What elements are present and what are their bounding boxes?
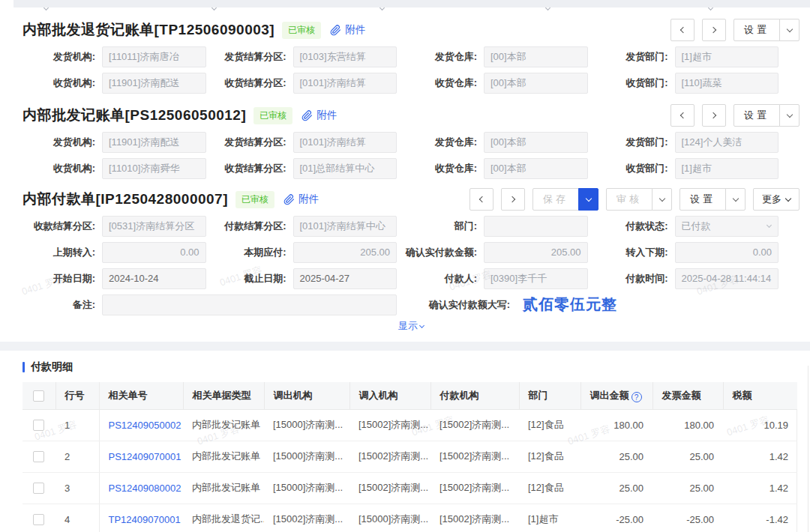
row-checkbox[interactable] — [33, 483, 44, 494]
status-badge: 已审核 — [282, 22, 321, 39]
recv-zone-input[interactable]: [0101]济南结算 — [293, 73, 398, 94]
more-button[interactable]: 更多 — [753, 188, 800, 211]
ship-warehouse-input[interactable]: [00]本部 — [484, 132, 588, 153]
cell-dept: [1]超市 — [519, 504, 580, 532]
recv-dept-input[interactable]: [110]蔬菜 — [675, 73, 779, 94]
audit-button[interactable]: 审核 — [606, 188, 652, 211]
pay-time-input[interactable]: 2025-04-28 11:44:14 — [675, 268, 779, 289]
row-checkbox[interactable] — [33, 514, 44, 525]
page-title: 内部批发退货记账单[TP12506090003] — [22, 20, 274, 40]
table-header-row: 行号 相关单号 相关单据类型 调出机构 调入机构 付款机构 部门 调出金额? 发… — [22, 382, 797, 409]
recv-org-input[interactable]: [11010]济南舜华 — [102, 158, 206, 179]
audit-dropdown-button[interactable] — [652, 188, 672, 211]
recv-zone-input[interactable]: [01]总部结算中心 — [293, 158, 398, 179]
save-button[interactable]: 保存 — [532, 188, 579, 211]
chevron-down-icon — [732, 196, 738, 202]
attachment-link[interactable]: 附件 — [302, 109, 337, 122]
pay-status-select[interactable]: 已付款 — [675, 216, 779, 237]
cell-out-amount: -25.00 — [580, 504, 652, 532]
ship-zone-input[interactable]: [0103]东营结算 — [293, 46, 398, 67]
field-recv-zone: 收货结算分区:[01]总部结算中心 — [214, 155, 405, 181]
cell-invoice-amount: 25.00 — [652, 441, 723, 472]
chevron-left-icon — [680, 27, 686, 33]
cell-out-org: [15000]济南测... — [264, 472, 350, 504]
field-ship-warehouse: 发货仓库:[00]本部 — [404, 129, 596, 155]
start-date-input[interactable]: 2024-10-24 — [102, 268, 206, 289]
field-recv-dept: 收货部门:[110]蔬菜 — [596, 70, 787, 96]
next-record-button[interactable] — [501, 188, 525, 211]
prev-record-button[interactable] — [470, 188, 494, 211]
recv-dept-input[interactable]: [1]超市 — [675, 158, 779, 179]
recv-zone-input[interactable]: [0531]济南结算分区 — [102, 216, 206, 237]
next-record-button[interactable] — [702, 104, 726, 127]
sort-chevron-icon — [44, 1, 50, 6]
ship-org-input[interactable]: [11901]济南配送 — [102, 132, 206, 153]
ship-zone-input[interactable]: [0101]济南结算 — [293, 132, 398, 153]
cell-invoice-amount: 25.00 — [652, 472, 723, 504]
save-dropdown-button[interactable] — [578, 188, 598, 211]
chevron-down-icon — [786, 112, 792, 118]
sort-chevron-icon — [380, 1, 386, 6]
ship-warehouse-input[interactable]: [00]本部 — [484, 46, 588, 67]
paperclip-icon — [302, 110, 313, 121]
page-title: 内部批发记账单[PS12506050012] — [22, 106, 246, 125]
prev-in-input[interactable]: 0.00 — [102, 242, 206, 263]
status-badge: 已审核 — [254, 107, 292, 124]
attachment-link[interactable]: 附件 — [284, 193, 319, 206]
attachment-label: 附件 — [345, 23, 365, 37]
settings-button[interactable]: 设置 — [734, 104, 780, 127]
table-row: 3 PS12409080002 内部批发记账单 [15000]济南测... [1… — [22, 472, 797, 504]
question-circle-icon[interactable]: ? — [632, 392, 642, 402]
end-date-input[interactable]: 2025-04-27 — [293, 268, 398, 289]
prev-record-button[interactable] — [670, 19, 694, 41]
current-due-input[interactable]: 205.00 — [293, 242, 398, 263]
status-badge: 已审核 — [236, 191, 274, 208]
attachment-link[interactable]: 附件 — [330, 23, 365, 37]
cell-in-org: [15000]济南测... — [350, 504, 430, 532]
confirmed-amount-input[interactable]: 205.00 — [484, 242, 588, 263]
settings-dropdown-button[interactable] — [779, 104, 800, 127]
to-next-input[interactable]: 0.00 — [675, 242, 779, 263]
select-all-checkbox[interactable] — [33, 390, 44, 402]
section-title-bar — [22, 362, 25, 372]
ship-org-input[interactable]: [11011]济南唐冶 — [102, 46, 206, 67]
dept-input[interactable] — [484, 216, 588, 237]
section-divider — [0, 342, 810, 351]
field-end-date: 截止日期:2025-04-27 — [214, 265, 405, 291]
payer-input[interactable]: [0390]李千千 — [484, 268, 588, 289]
ship-dept-input[interactable]: [124]个人美洁 — [675, 132, 779, 153]
prev-record-button[interactable] — [670, 104, 694, 127]
recv-warehouse-input[interactable]: [00]本部 — [484, 73, 588, 94]
col-dept: 部门 — [519, 382, 580, 409]
settings-button[interactable]: 设置 — [680, 188, 726, 211]
settings-dropdown-button[interactable] — [779, 19, 800, 41]
chevron-down-icon — [785, 196, 791, 202]
show-toggle-link[interactable]: 显示 — [398, 319, 424, 333]
remark-input[interactable] — [102, 294, 397, 315]
next-record-button[interactable] — [702, 19, 726, 41]
field-ship-zone: 发货结算分区:[0103]东营结算 — [214, 43, 405, 70]
cell-out-amount: 180.00 — [580, 409, 652, 441]
doc-no-link[interactable]: TP12409070001 — [99, 504, 183, 532]
recv-warehouse-input[interactable]: [00]本部 — [484, 158, 588, 179]
row-checkbox[interactable] — [33, 420, 44, 431]
sort-chevron-icon — [546, 1, 551, 6]
chevron-right-icon — [509, 196, 515, 202]
row-checkbox[interactable] — [33, 451, 44, 462]
recv-org-input[interactable]: [11901]济南配送 — [102, 73, 206, 94]
cell-pay-org: [15002]济南测... — [430, 441, 519, 472]
col-doc-type: 相关单据类型 — [183, 382, 264, 409]
ship-dept-input[interactable]: [1]超市 — [675, 46, 779, 67]
doc-no-link[interactable]: PS12409070001 — [99, 441, 183, 472]
settings-button[interactable]: 设置 — [734, 19, 780, 41]
pay-zone-input[interactable]: [0101]济南结算中心 — [293, 216, 398, 237]
cell-dept: [12]食品 — [519, 441, 580, 472]
doc-no-link[interactable]: PS12409050002 — [99, 409, 183, 441]
field-ship-zone: 发货结算分区:[0101]济南结算 — [214, 129, 405, 155]
settings-dropdown-button[interactable] — [725, 188, 746, 211]
field-remark: 备注: — [22, 291, 404, 318]
field-to-next: 转入下期:0.00 — [596, 239, 787, 265]
doc-no-link[interactable]: PS12409080002 — [99, 472, 183, 504]
cell-tax: -1.42 — [723, 504, 797, 532]
chevron-down-icon — [585, 196, 591, 202]
